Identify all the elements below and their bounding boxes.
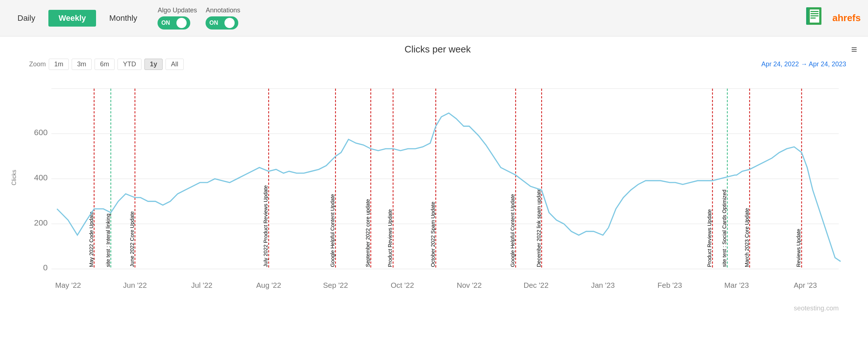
- hamburger-menu-icon[interactable]: ≡: [851, 44, 857, 55]
- svg-text:Jul '22: Jul '22: [191, 281, 212, 289]
- tab-daily[interactable]: Daily: [7, 10, 45, 27]
- zoom-all[interactable]: All: [166, 59, 184, 70]
- annotations-knob: [224, 18, 235, 28]
- svg-text:March 2023 Core Update: March 2023 Core Update: [744, 208, 750, 267]
- date-range: Apr 24, 2022 → Apr 24, 2023: [761, 60, 846, 68]
- annotations-toggle-group: Annotations ON: [206, 7, 240, 30]
- svg-text:Feb '23: Feb '23: [657, 281, 682, 289]
- svg-text:0: 0: [43, 263, 48, 272]
- algo-updates-label: Algo Updates: [158, 7, 197, 14]
- zoom-1m[interactable]: 1m: [49, 59, 69, 70]
- annotations-toggle[interactable]: ON: [206, 16, 238, 30]
- svg-text:Sep '22: Sep '22: [323, 281, 348, 289]
- y-axis-label: Clicks: [11, 170, 17, 185]
- svg-text:Dec '22: Dec '22: [523, 281, 549, 289]
- svg-text:October 2022 Spam Update: October 2022 Spam Update: [430, 201, 436, 267]
- top-bar: Daily Weekly Monthly Algo Updates ON Ann…: [0, 0, 868, 36]
- tab-weekly[interactable]: Weekly: [48, 10, 96, 27]
- svg-text:December 2022 link spam update: December 2022 link spam update: [536, 188, 542, 267]
- ahrefs-logo[interactable]: ahrefs: [832, 12, 861, 24]
- sheets-icon[interactable]: [803, 7, 827, 30]
- algo-updates-knob: [176, 18, 187, 28]
- svg-text:September 2022 core update: September 2022 core update: [365, 199, 371, 267]
- svg-text:May '22: May '22: [55, 281, 81, 289]
- svg-text:Aug '22: Aug '22: [256, 281, 281, 289]
- zoom-1y[interactable]: 1y: [144, 59, 163, 70]
- svg-text:Jan '23: Jan '23: [591, 281, 615, 289]
- zoom-6m[interactable]: 6m: [95, 59, 115, 70]
- svg-text:400: 400: [34, 173, 48, 182]
- svg-text:May 2022 Code Update: May 2022 Code Update: [88, 212, 94, 267]
- svg-text:site test : Social Cards Optim: site test : Social Cards Optimized: [721, 190, 727, 267]
- svg-text:Nov '22: Nov '22: [457, 281, 482, 289]
- svg-text:Apr '23: Apr '23: [794, 281, 817, 289]
- svg-text:seotesting.com: seotesting.com: [794, 304, 839, 312]
- zoom-bar: Zoom 1m 3m 6m YTD 1y All Apr 24, 2022 → …: [29, 59, 846, 70]
- svg-text:Google Helpful Content Update: Google Helpful Content Update: [330, 194, 335, 267]
- chart-svg: 0 200 400 600 May '22 Jun '22 Jul '22 Au…: [29, 74, 846, 314]
- svg-text:June 2022 Core Update: June 2022 Core Update: [129, 211, 135, 267]
- svg-text:Reviews Update: Reviews Update: [796, 229, 801, 267]
- tab-monthly[interactable]: Monthly: [99, 10, 147, 27]
- chart-area: Clicks 0 200 400 600 May '22 Jun '22 Jul…: [29, 74, 846, 314]
- zoom-label: Zoom: [29, 60, 46, 68]
- zoom-ytd[interactable]: YTD: [118, 59, 142, 70]
- zoom-3m[interactable]: 3m: [72, 59, 92, 70]
- algo-updates-toggle-text: ON: [161, 20, 170, 26]
- svg-text:Product Reviews Update: Product Reviews Update: [387, 209, 393, 267]
- svg-text:200: 200: [34, 218, 48, 227]
- svg-text:Product Reviews Update: Product Reviews Update: [706, 209, 712, 267]
- svg-rect-3: [811, 11, 819, 12]
- svg-rect-5: [811, 15, 819, 16]
- algo-updates-toggle-group: Algo Updates ON: [158, 7, 197, 30]
- toggle-group: Algo Updates ON Annotations ON: [158, 7, 240, 30]
- svg-text:Oct '22: Oct '22: [391, 281, 414, 289]
- svg-rect-6: [811, 17, 816, 19]
- svg-rect-4: [811, 13, 819, 14]
- svg-text:Mar '23: Mar '23: [724, 281, 749, 289]
- chart-container: Clicks per week ≡ Zoom 1m 3m 6m YTD 1y A…: [0, 36, 868, 341]
- svg-text:Jun '22: Jun '22: [123, 281, 147, 289]
- algo-updates-toggle[interactable]: ON: [158, 16, 190, 30]
- svg-text:600: 600: [34, 128, 48, 137]
- annotations-toggle-text: ON: [209, 20, 218, 26]
- chart-title: Clicks per week: [29, 44, 846, 55]
- brand-area: ahrefs: [803, 7, 861, 30]
- annotations-label: Annotations: [206, 7, 240, 14]
- svg-text:site test : Interal linking: site test : Interal linking: [105, 213, 111, 267]
- svg-text:July 2022 Product Reviews Upda: July 2022 Product Reviews Update: [263, 185, 268, 267]
- svg-text:Google Helpful Content Update: Google Helpful Content Update: [510, 194, 515, 267]
